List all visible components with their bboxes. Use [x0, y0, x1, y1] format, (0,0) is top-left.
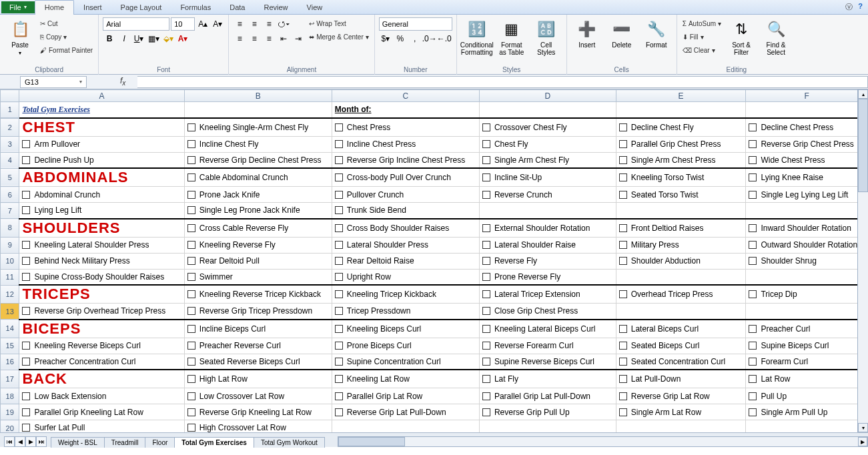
format-painter-button[interactable]: 🖌Format Painter	[39, 44, 94, 56]
checkbox-icon[interactable]	[187, 224, 195, 232]
row-header[interactable]: 8	[1, 219, 19, 238]
row-header[interactable]: 11	[1, 269, 19, 285]
cell[interactable]: Pullover Crunch	[332, 187, 479, 203]
clear-button[interactable]: ⌫Clear ▾	[681, 44, 723, 56]
checkbox-icon[interactable]	[749, 191, 757, 199]
cell[interactable]: Reverse Grip Incline Chest Press	[332, 152, 479, 168]
sheet-tab[interactable]: Treadmill	[104, 437, 146, 448]
cell[interactable]: Prone Reverse Fly	[479, 269, 616, 285]
checkbox-icon[interactable]	[335, 375, 343, 383]
cell[interactable]: Supine Biceps Curl	[746, 338, 868, 354]
cell[interactable]: Decline Chest Press	[746, 118, 868, 137]
row-header[interactable]: 17	[1, 370, 19, 388]
checkbox-icon[interactable]	[749, 241, 757, 249]
cell[interactable]: Low Crossover Lat Row	[184, 388, 332, 404]
cell[interactable]: Cross Cable Reverse Fly	[184, 219, 332, 238]
insert-cells-button[interactable]: ➕Insert	[571, 16, 603, 51]
checkbox-icon[interactable]	[482, 140, 490, 148]
cell[interactable]: Close Grip Chest Press	[479, 304, 616, 320]
checkbox-icon[interactable]	[335, 206, 343, 214]
cell[interactable]: Trunk Side Bend	[332, 203, 479, 219]
cell[interactable]: Rear Deltoid Pull	[184, 253, 332, 269]
checkbox-icon[interactable]	[187, 375, 195, 383]
format-as-table-button[interactable]: ▦Format as Table	[496, 16, 528, 59]
row-header[interactable]: 13	[1, 304, 19, 320]
cell[interactable]: Kneeling Lat Row	[332, 370, 479, 388]
sheet-tab[interactable]: Total Gym Workout	[254, 437, 325, 448]
tab-formulas[interactable]: Formulas	[171, 0, 220, 15]
sheet-nav-first[interactable]: ⏮	[4, 436, 15, 447]
cell[interactable]: Arm Pullover	[19, 136, 184, 152]
cell[interactable]: Reverse Grip Pull Up	[479, 404, 616, 420]
wrap-text-button[interactable]: ↩Wrap Text	[308, 17, 370, 29]
cell[interactable]: Kneeling Single-Arm Chest Fly	[184, 118, 332, 137]
tab-page-layout[interactable]: Page Layout	[111, 0, 171, 15]
fx-icon[interactable]: fx	[120, 76, 125, 87]
cell[interactable]: Incline Chest Press	[332, 136, 479, 152]
checkbox-icon[interactable]	[619, 290, 627, 298]
formula-input[interactable]	[137, 76, 868, 88]
cell[interactable]: Reverse Grip Lat Pull-Down	[332, 404, 479, 420]
cell[interactable]: Rear Deltoid Raise	[332, 253, 479, 269]
checkbox-icon[interactable]	[482, 191, 490, 199]
checkbox-icon[interactable]	[22, 424, 30, 432]
checkbox-icon[interactable]	[749, 173, 757, 181]
cell[interactable]: Lateral Shoulder Raise	[479, 237, 616, 253]
checkbox-icon[interactable]	[749, 325, 757, 333]
cell[interactable]	[616, 203, 746, 219]
checkbox-icon[interactable]	[482, 408, 490, 416]
col-header-C[interactable]: C	[332, 90, 479, 102]
cell[interactable]	[746, 420, 868, 433]
checkbox-icon[interactable]	[482, 156, 490, 164]
align-mid-icon[interactable]: ≡	[248, 17, 261, 31]
checkbox-icon[interactable]	[187, 358, 195, 366]
checkbox-icon[interactable]	[619, 224, 627, 232]
cell[interactable]: Surfer Lat Pull	[19, 420, 184, 433]
bold-button[interactable]: B	[103, 32, 116, 45]
help-icon[interactable]: ?	[858, 2, 863, 12]
cell[interactable]: Overhead Tricep Press	[616, 285, 746, 304]
checkbox-icon[interactable]	[749, 392, 757, 400]
align-left-icon[interactable]: ≡	[233, 32, 246, 45]
checkbox-icon[interactable]	[22, 257, 30, 265]
cell[interactable]: Supine Cross-Body Shoulder Raises	[19, 269, 184, 285]
cell[interactable]: Lying Leg Lift	[19, 203, 184, 219]
row-header[interactable]: 5	[1, 168, 19, 187]
cell[interactable]: Single Arm Chest Fly	[479, 152, 616, 168]
checkbox-icon[interactable]	[187, 123, 195, 131]
row-header[interactable]: 9	[1, 237, 19, 253]
cell[interactable]: Behind Neck Military Press	[19, 253, 184, 269]
checkbox-icon[interactable]	[187, 140, 195, 148]
checkbox-icon[interactable]	[22, 408, 30, 416]
checkbox-icon[interactable]	[187, 191, 195, 199]
cell[interactable]: Single Arm Chest Press	[616, 152, 746, 168]
checkbox-icon[interactable]	[619, 392, 627, 400]
checkbox-icon[interactable]	[335, 290, 343, 298]
checkbox-icon[interactable]	[749, 342, 757, 350]
category-header[interactable]: CHEST	[19, 118, 184, 137]
checkbox-icon[interactable]	[187, 325, 195, 333]
copy-button[interactable]: ⎘Copy ▾	[39, 31, 94, 43]
sheet-nav-next[interactable]: ▶	[25, 436, 36, 447]
currency-icon[interactable]: $▾	[379, 32, 392, 45]
checkbox-icon[interactable]	[335, 191, 343, 199]
cell[interactable]: Low Back Extension	[19, 388, 184, 404]
checkbox-icon[interactable]	[335, 173, 343, 181]
checkbox-icon[interactable]	[482, 358, 490, 366]
tab-home[interactable]: Home	[35, 0, 74, 15]
cell[interactable]: Kneeling Reverse Fly	[184, 237, 332, 253]
checkbox-icon[interactable]	[22, 307, 30, 315]
checkbox-icon[interactable]	[335, 140, 343, 148]
checkbox-icon[interactable]	[482, 342, 490, 350]
cell[interactable]	[746, 269, 868, 285]
cell[interactable]: Wide Chest Press	[746, 152, 868, 168]
decrease-font-icon[interactable]: A▾	[211, 17, 224, 31]
month-label[interactable]: Month of:	[332, 102, 479, 118]
cell[interactable]: Forearm Curl	[746, 354, 868, 370]
file-tab[interactable]: File ▾	[1, 1, 35, 13]
indent-dec-icon[interactable]: ⇤	[277, 32, 290, 45]
sheet-tab[interactable]: Floor	[145, 437, 175, 448]
checkbox-icon[interactable]	[482, 224, 490, 232]
cell[interactable]: Reverse Grip Overhead Tricep Press	[19, 304, 184, 320]
checkbox-icon[interactable]	[482, 375, 490, 383]
